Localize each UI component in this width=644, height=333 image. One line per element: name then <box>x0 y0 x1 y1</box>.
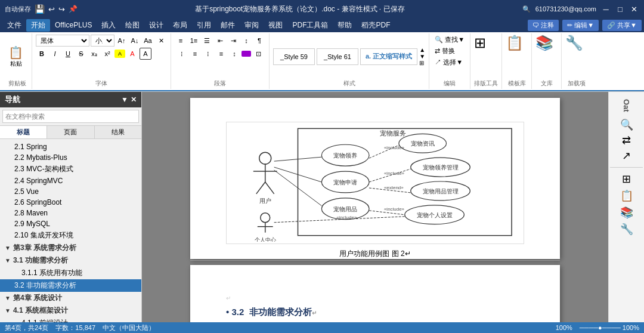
justify-btn[interactable]: ≡ <box>215 48 227 60</box>
restore-btn[interactable]: □ <box>615 4 625 14</box>
right-template-tool[interactable]: 📋 <box>620 189 633 202</box>
increase-font-btn[interactable]: A↑ <box>116 35 128 47</box>
menu-item-layout[interactable]: 布局 <box>168 19 192 32</box>
align-left-btn[interactable]: ⫶ <box>176 48 188 60</box>
para-controls: ≡ 1≡ ☰ ⇤ ⇥ ↕ ¶ ⫶ ≡ ⫶ ≡ ↕ ⊡ <box>175 35 265 78</box>
line-spacing-btn[interactable]: ↕ <box>228 48 240 60</box>
paste-button[interactable]: 📋 粘贴 <box>6 44 26 69</box>
underline-btn[interactable]: U <box>62 48 74 60</box>
nav-item-2.4[interactable]: 2.4 SpringMVC <box>0 175 141 186</box>
font-name-select[interactable]: 黑体 <box>36 35 89 47</box>
outdent-btn[interactable]: ⇤ <box>214 35 226 47</box>
nav-section-4[interactable]: ▼第4章 系统设计 <box>0 292 141 304</box>
bullet-btn[interactable]: ≡ <box>175 35 187 47</box>
nav-item-2.3[interactable]: 2.3 MVC-架构模式 <box>0 163 141 175</box>
multi-list-btn[interactable]: ☰ <box>201 35 213 47</box>
menu-item-design[interactable]: 设计 <box>144 19 168 32</box>
right-layout-tool[interactable]: ⊞ <box>622 172 631 186</box>
share-btn[interactable]: 🔗 共享▼ <box>602 20 642 31</box>
font-size-select[interactable]: 小三 <box>91 35 114 47</box>
superscript-btn[interactable]: x² <box>101 48 113 60</box>
menu-item-officeplus[interactable]: OfficePLUS <box>50 20 97 30</box>
redo-icon[interactable]: ↪ <box>58 5 65 14</box>
italic-btn[interactable]: I <box>49 48 61 60</box>
replace-btn[interactable]: ⇄ 替换 <box>433 46 457 56</box>
find-btn[interactable]: 🔍 查找▼ <box>433 35 466 45</box>
undo-icon[interactable]: ↩ <box>48 5 55 14</box>
nav-tab-results[interactable]: 结果 <box>95 126 141 138</box>
right-library-tool[interactable]: 📚 <box>620 206 633 219</box>
highlight-btn[interactable]: A <box>114 50 125 58</box>
menu-item-daoke[interactable]: 稻壳PDF <box>357 19 395 32</box>
sort-btn[interactable]: ↕ <box>240 35 252 47</box>
search-icon[interactable]: 🔍 <box>522 5 531 13</box>
addin-icon: 🔧 <box>565 35 583 51</box>
nav-item-4.1.1[interactable]: 4.1.1 前端设计 <box>0 317 141 322</box>
uml-diagram: 宠物服务 用户 个人中心 <box>226 122 524 244</box>
menu-item-ref[interactable]: 引用 <box>192 19 216 32</box>
strikethrough-btn[interactable]: S <box>75 48 87 60</box>
nav-item-3.2[interactable]: 3.2 非功能需求分析 <box>0 279 141 292</box>
border-btn[interactable]: ⊡ <box>252 48 264 60</box>
nav-tab-pages[interactable]: 页面 <box>47 126 94 138</box>
subscript-btn[interactable]: x₂ <box>88 48 100 60</box>
align-center-btn[interactable]: ≡ <box>189 48 201 60</box>
right-tool-3[interactable]: ↗ <box>622 149 631 162</box>
bold-btn[interactable]: B <box>36 48 48 60</box>
style-zhengwen[interactable]: a. 正文缩写样式 <box>360 48 417 65</box>
nav-item-2.2[interactable]: 2.2 Mybatis-Plus <box>0 152 141 163</box>
style-61[interactable]: _Style 61 <box>317 48 358 65</box>
nav-section-3[interactable]: ▼第3章 系统需求分析 <box>0 242 141 254</box>
styles-scroll[interactable]: ▲ ▼ ⊞ <box>419 47 425 66</box>
nav-tab-headings[interactable]: 标题 <box>0 126 47 138</box>
nav-item-2.5[interactable]: 2.5 Vue <box>0 186 141 197</box>
nav-collapse-icon[interactable]: ▼ <box>121 95 128 104</box>
nav-item-2.1[interactable]: 2.1 Spring <box>0 141 141 152</box>
fill-btn[interactable] <box>242 51 251 57</box>
paragraph-group: ≡ 1≡ ☰ ⇤ ⇥ ↕ ¶ ⫶ ≡ ⫶ ≡ ↕ ⊡ 段落 <box>171 33 270 89</box>
page-info: 第4页，共24页 <box>5 323 48 332</box>
nav-close-icon[interactable]: ✕ <box>131 95 137 104</box>
menu-item-pdf[interactable]: PDF工具箱 <box>287 19 333 32</box>
doc-area[interactable]: 宠物服务 用户 个人中心 <box>142 92 608 322</box>
edit-btn[interactable]: ✏ 编辑▼ <box>562 20 599 31</box>
clear-format-btn[interactable]: ✕ <box>155 35 167 47</box>
menu-item-home[interactable]: 开始 <box>26 19 50 32</box>
menu-item-file[interactable]: 文件 <box>2 19 26 32</box>
comment-btn[interactable]: 🗨 注释 <box>528 20 559 31</box>
nav-section-4.1[interactable]: ▼4.1 系统框架设计 <box>0 304 141 317</box>
font-case-btn[interactable]: Aa <box>142 35 154 47</box>
number-btn[interactable]: 1≡ <box>188 35 200 47</box>
library-label: 文库 <box>535 79 558 88</box>
minimize-btn[interactable]: ─ <box>601 4 611 14</box>
select-btn[interactable]: ↗ 选择▼ <box>433 57 465 67</box>
menu-item-help[interactable]: 帮助 <box>333 19 357 32</box>
style-59[interactable]: _Style 59 <box>273 48 315 65</box>
nav-item-2.9[interactable]: 2.9 MySQL <box>0 218 141 229</box>
svg-text:«include»: «include» <box>384 145 405 150</box>
nav-item-2.6[interactable]: 2.6 SpringBoot <box>0 197 141 208</box>
menu-item-view[interactable]: 视图 <box>264 19 287 32</box>
nav-search-input[interactable] <box>2 110 139 123</box>
char-border-btn[interactable]: A <box>140 48 151 60</box>
zoom-slider[interactable]: ────●──── 100% <box>580 324 639 331</box>
align-right-btn[interactable]: ⫶ <box>202 48 214 60</box>
template-icon: 📋 <box>506 35 524 51</box>
indent-btn[interactable]: ⇥ <box>227 35 239 47</box>
right-addin-tool[interactable]: 🔧 <box>620 223 633 236</box>
right-tool-2[interactable]: ⇄ <box>622 134 631 147</box>
nav-item-2.10[interactable]: 2.10 集成开发环境 <box>0 229 141 242</box>
nav-item-3.1.1[interactable]: 3.1.1 系统用有功能 <box>0 267 141 279</box>
show-marks-btn[interactable]: ¶ <box>253 35 265 47</box>
menu-item-mail[interactable]: 邮件 <box>216 19 240 32</box>
decrease-font-btn[interactable]: A↓ <box>129 35 141 47</box>
nav-item-2.8[interactable]: 2.8 Maven <box>0 208 141 218</box>
font-color-btn[interactable]: A <box>126 48 138 60</box>
menu-item-draw[interactable]: 绘图 <box>120 19 144 32</box>
close-btn[interactable]: ✕ <box>630 4 639 14</box>
svg-text:宠物服务: 宠物服务 <box>380 130 406 137</box>
nav-section-3.1[interactable]: ▼3.1 功能需求分析 <box>0 254 141 267</box>
menu-item-review[interactable]: 审阅 <box>240 19 264 32</box>
menu-item-insert[interactable]: 插入 <box>97 19 120 32</box>
right-tool-1[interactable]: 🔍 <box>620 118 633 131</box>
